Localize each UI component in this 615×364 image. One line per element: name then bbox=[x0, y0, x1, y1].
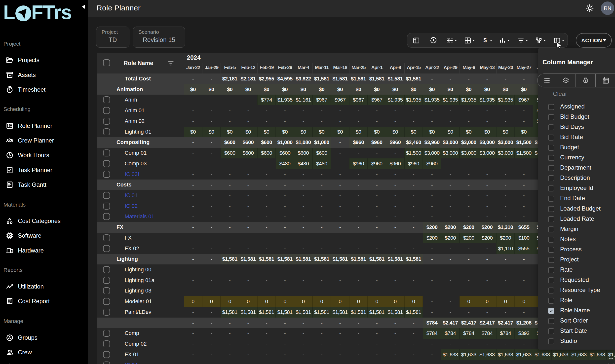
svg-text:$: $ bbox=[483, 37, 487, 43]
